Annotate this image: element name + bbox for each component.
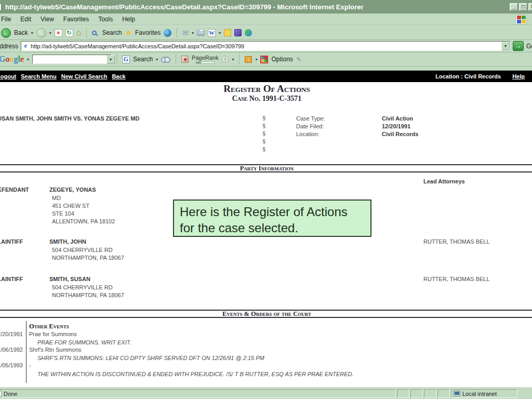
page-content: Register Of Actions Case No. 1991-C-3571…	[0, 82, 532, 388]
discuss-note-icon[interactable]	[224, 29, 231, 36]
print-icon[interactable]	[197, 30, 205, 36]
menu-view[interactable]: View	[41, 16, 54, 23]
research-icon[interactable]	[234, 29, 242, 36]
google-search-dropdown-icon[interactable]: ▾	[107, 55, 115, 64]
event-comment: SHRF'S RTN SUMMONS: LEHI CO DPTY SHRF SE…	[37, 355, 264, 361]
windows-logo-icon	[515, 15, 527, 24]
status-pane: Done	[0, 389, 396, 398]
section-symbol: §	[262, 138, 265, 145]
edit-dropdown-icon[interactable]: ▾	[219, 31, 221, 35]
event-title: Prae for Summons	[29, 331, 77, 337]
pagerank-meter	[196, 61, 215, 64]
party-name: SMITH, SUSAN	[49, 276, 90, 282]
party-role: PLAINTIFF	[0, 276, 23, 282]
screen: http://ad-tylweb5/CaseManagement/PublicA…	[0, 0, 532, 399]
page-info-icon[interactable]: i	[221, 56, 229, 63]
search-button-label[interactable]: Search	[102, 29, 122, 36]
favorites-button-label[interactable]: Favorites	[135, 29, 161, 36]
ie-window: http://ad-tylweb5/CaseManagement/PublicA…	[0, 0, 532, 399]
google-search-field[interactable]: ▾	[32, 55, 111, 64]
nav-new-civil-search-link[interactable]: New Civil Search	[61, 73, 108, 79]
back-dropdown-icon[interactable]: ▾	[31, 31, 33, 35]
close-button[interactable]: ×	[528, 3, 532, 11]
forward-dropdown-icon[interactable]: ▾	[49, 31, 51, 35]
go-button-icon[interactable]: →	[513, 41, 524, 51]
address-input[interactable]	[31, 42, 500, 50]
app-nav-bar: Logout Search Menu New Civil Search Back…	[0, 71, 532, 82]
address-label: Address	[0, 43, 18, 50]
menu-help[interactable]: Help	[122, 16, 135, 23]
favorites-star-icon[interactable]: ★	[125, 28, 131, 37]
location-value: Civil Records	[382, 130, 418, 138]
history-globe-icon[interactable]	[164, 29, 171, 37]
options-button-label[interactable]: Options	[271, 56, 292, 63]
forward-button-icon[interactable]: →	[36, 28, 46, 38]
up-directory-dropdown-icon[interactable]: ▾	[255, 57, 257, 62]
event-title: Shrf's Rtn Summons	[29, 347, 82, 353]
event-comment: THE WITHIN ACTION IS DISCONTINUED & ENDE…	[37, 371, 354, 377]
local-intranet-icon	[454, 391, 460, 396]
search-site-icon[interactable]	[161, 56, 170, 62]
section-symbol: §	[262, 114, 265, 122]
google-search-button-dropdown-icon[interactable]: ▾	[156, 57, 158, 62]
page-title: Register Of Actions	[0, 83, 532, 95]
mail-dropdown-icon[interactable]: ▾	[192, 31, 194, 35]
event-date: 01/05/1993	[0, 362, 23, 368]
menu-favorites[interactable]: Favorites	[63, 16, 89, 23]
page-info-dropdown-icon[interactable]: ▾	[232, 57, 234, 62]
case-style: SUSAN SMITH, JOHN SMITH VS. YONAS ZEGEYE…	[0, 115, 139, 122]
status-pane-empty	[437, 389, 450, 398]
go-button-label[interactable]: Go	[526, 43, 532, 50]
minimize-button[interactable]: _	[510, 3, 518, 11]
google-logo-dropdown-icon[interactable]: ▾	[27, 57, 29, 62]
event-date: 12/20/1991	[0, 331, 23, 337]
news-icon[interactable]	[181, 56, 189, 63]
window-title: http://ad-tylweb5/CaseManagement/PublicA…	[5, 3, 509, 11]
pagerank-indicator: PageRank	[192, 55, 218, 64]
mail-icon[interactable]: ✉	[182, 29, 189, 37]
back-button-icon[interactable]: ←	[1, 28, 11, 38]
callout-line-2: for the case selected.	[180, 220, 370, 236]
events-group-title: Other Events	[29, 323, 69, 330]
search-icon[interactable]	[92, 31, 97, 35]
location-label: Location:	[296, 130, 325, 138]
party-name: SMITH, JOHN	[49, 238, 86, 245]
nav-logout-link[interactable]: Logout	[0, 73, 16, 79]
annotation-callout: Here is the Register of Actions for the …	[173, 200, 371, 237]
highlight-icon[interactable]	[260, 56, 268, 63]
stop-icon[interactable]: ×	[55, 29, 62, 37]
section-symbol: §	[262, 145, 265, 153]
address-dropdown-icon[interactable]: ▾	[501, 42, 510, 50]
menu-edit[interactable]: Edit	[20, 16, 31, 23]
messenger-icon[interactable]	[245, 29, 252, 36]
nav-back-link[interactable]: Back	[112, 73, 125, 79]
events-divider-line	[26, 321, 26, 383]
menu-tools[interactable]: Tools	[98, 16, 113, 23]
home-icon[interactable]: ⌂	[76, 28, 82, 37]
status-pane-empty	[410, 389, 423, 398]
google-search-input[interactable]	[33, 56, 107, 63]
google-search-button-label[interactable]: Search	[133, 56, 153, 63]
up-directory-icon[interactable]: ↑	[245, 56, 252, 63]
party-role: PLAINTIFF	[0, 238, 23, 245]
events-orders-header: Events & Orders of the Court	[0, 310, 532, 318]
nav-search-menu-link[interactable]: Search Menu	[21, 73, 56, 79]
section-symbol-column: § § § § §	[262, 114, 265, 153]
pagerank-label: PageRank	[192, 55, 218, 61]
case-number: Case No. 1991-C-3571	[0, 95, 532, 103]
security-zone-text: Local intranet	[462, 391, 497, 397]
ie-page-icon: e	[22, 43, 29, 49]
case-type-value: Civil Action	[382, 115, 418, 123]
refresh-icon[interactable]: ↻	[65, 29, 73, 37]
pencil-icon[interactable]: ✎	[296, 56, 302, 63]
case-field-labels: Case Type: Date Filed: Location:	[296, 115, 325, 138]
menu-file[interactable]: File	[1, 16, 11, 23]
nav-help-link[interactable]: Help	[512, 73, 525, 79]
edit-with-word-icon[interactable]: W	[208, 29, 216, 37]
address-field[interactable]: e ▾	[21, 41, 510, 51]
google-logo[interactable]: Google	[0, 55, 24, 64]
maximize-button[interactable]: □	[519, 3, 527, 11]
back-button-label[interactable]: Back	[14, 29, 28, 36]
title-bar[interactable]: http://ad-tylweb5/CaseManagement/PublicA…	[0, 0, 532, 14]
google-g-icon[interactable]: G	[122, 56, 130, 63]
